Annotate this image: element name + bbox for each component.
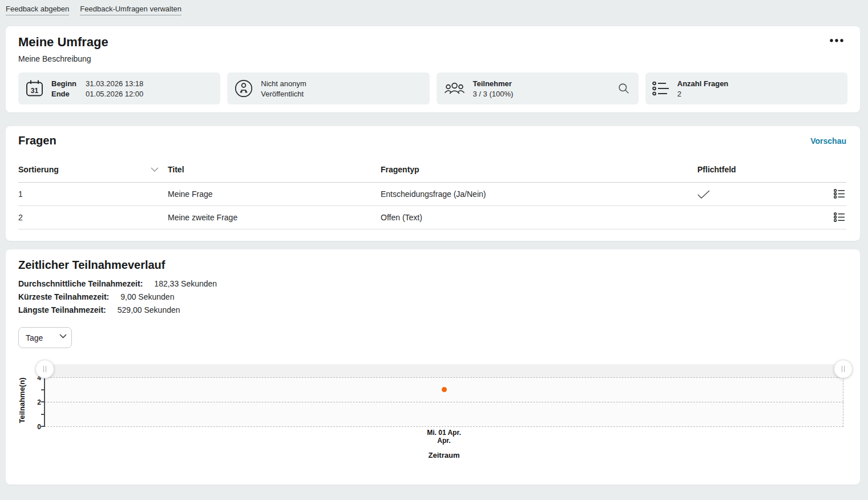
cell-titel: Meine zweite Frage (168, 206, 381, 229)
x-tick-month: Apr. (45, 437, 843, 445)
gridline-y4 (45, 377, 843, 378)
status-anonymity: Nicht anonym (261, 79, 306, 88)
column-header-actions (823, 159, 846, 183)
cell-pflichtfeld (697, 206, 823, 229)
cell-actions (823, 183, 846, 206)
y-tick-2: 2 (27, 398, 41, 406)
column-header-sortierung[interactable]: Sortierung (18, 159, 168, 183)
calendar-icon: 31 (25, 79, 44, 98)
scrollbar-right-handle[interactable] (834, 360, 853, 378)
question-list-icon (652, 81, 670, 96)
page: Feedback abgeben Feedback-Umfragen verwa… (0, 0, 868, 485)
table-row[interactable]: 1Meine FrageEntscheidungsfrage (Ja/Nein) (18, 183, 846, 206)
row-details-list-icon (834, 212, 845, 222)
info-box-status: Nicht anonym Veröffentlicht (227, 72, 429, 104)
x-axis-labels: Mi. 01 Apr. Apr. Zeitraum (45, 429, 843, 459)
questions-count-value: 2 (677, 90, 729, 98)
teilnahme-stats: Durchschnittliche Teilnahmezeit:182,33 S… (18, 279, 846, 314)
status-published: Veröffentlicht (261, 90, 306, 98)
stat-kuerzeste: Kürzeste Teilnahmezeit:9,00 Sekunden (18, 292, 846, 301)
y-tick-0: 0 (27, 423, 41, 431)
end-label: Ende (51, 90, 76, 98)
stat-laengste: Längste Teilnahmezeit:529,00 Sekunden (18, 305, 846, 314)
tab-feedback-abgeben[interactable]: Feedback abgeben (6, 5, 69, 15)
tab-feedback-umfragen-verwalten[interactable]: Feedback-Umfragen verwalten (80, 5, 181, 15)
fragen-title: Fragen (18, 134, 56, 147)
begin-label: Beginn (51, 79, 76, 88)
participants-value: 3 / 3 (100%) (473, 90, 514, 98)
column-header-titel[interactable]: Titel (168, 159, 381, 183)
cell-pflichtfeld (697, 183, 823, 206)
scrollbar-left-handle[interactable] (35, 360, 54, 378)
anonymous-person-icon (234, 79, 253, 98)
column-header-pflichtfeld[interactable]: Pflichtfeld (697, 159, 823, 183)
survey-info-row: 31 Beginn 31.03.2026 13:18 Ende 01.05.20… (18, 72, 847, 104)
column-header-fragentyp[interactable]: Fragentyp (381, 159, 697, 183)
fragen-card: Fragen Vorschau Sortierung (6, 126, 860, 241)
cell-sortierung: 2 (18, 206, 168, 229)
cell-fragentyp: Entscheidungsfrage (Ja/Nein) (381, 183, 697, 206)
survey-description: Meine Beschreibung (18, 54, 108, 63)
participants-search-button[interactable] (617, 82, 631, 95)
checkmark-icon (697, 190, 710, 199)
teilnahmeverlauf-title: Zeitlicher Teilnahmeverlauf (18, 259, 846, 272)
cell-titel: Meine Frage (168, 183, 381, 206)
survey-title: Meine Umfrage (18, 35, 108, 50)
cell-fragentyp: Offen (Text) (381, 206, 697, 229)
top-tabs: Feedback abgeben Feedback-Umfragen verwa… (6, 5, 860, 19)
survey-menu-button[interactable] (827, 35, 846, 46)
ellipsis-icon (829, 38, 844, 43)
gridline-y2 (45, 402, 843, 402)
x-axis-title: Zeitraum (45, 451, 843, 459)
row-details-button[interactable] (833, 188, 846, 200)
participants-group-icon (443, 80, 466, 96)
participants-label: Teilnehmer (473, 79, 514, 88)
y-axis-title: Teilnahme(n) (18, 369, 26, 432)
svg-text:31: 31 (31, 87, 39, 95)
end-value: 01.05.2026 12:00 (86, 90, 143, 98)
search-icon (618, 83, 629, 94)
table-row[interactable]: 2Meine zweite FrageOffen (Text) (18, 206, 846, 229)
cell-actions (823, 206, 846, 229)
grip-icon (842, 366, 845, 372)
preview-link[interactable]: Vorschau (810, 136, 846, 146)
interval-select[interactable]: Tage (18, 327, 72, 348)
cell-sortierung: 1 (18, 183, 168, 206)
info-box-anzahl-fragen: Anzahl Fragen 2 (645, 72, 847, 104)
participation-chart: 4 2 0 Teilnahme(n) Mi. 01 Apr. Apr. Zeit… (6, 357, 860, 469)
row-details-list-icon (834, 189, 845, 199)
chart-data-point[interactable] (442, 387, 447, 392)
fragen-table: Sortierung Titel Fragentyp Pflichtfeld 1… (18, 159, 846, 229)
info-box-zeitraum: 31 Beginn 31.03.2026 13:18 Ende 01.05.20… (18, 72, 220, 104)
x-tick-date: Mi. 01 Apr. (45, 429, 843, 437)
begin-value: 31.03.2026 13:18 (86, 79, 143, 88)
stat-durchschnitt: Durchschnittliche Teilnahmezeit:182,33 S… (18, 279, 846, 288)
info-box-teilnehmer: Teilnehmer 3 / 3 (100%) (437, 72, 639, 104)
grip-icon (43, 366, 46, 372)
chart-range-scrollbar[interactable] (45, 364, 843, 377)
questions-count-label: Anzahl Fragen (677, 79, 729, 88)
row-details-button[interactable] (833, 211, 846, 223)
gridline-y0 (45, 426, 843, 427)
teilnahmeverlauf-card: Zeitlicher Teilnahmeverlauf Durchschnitt… (6, 249, 860, 485)
survey-header-card: Meine Umfrage Meine Beschreibung 31 (6, 26, 860, 112)
gridline-right-edge (843, 377, 843, 427)
sort-chevron-down-icon (151, 167, 159, 172)
